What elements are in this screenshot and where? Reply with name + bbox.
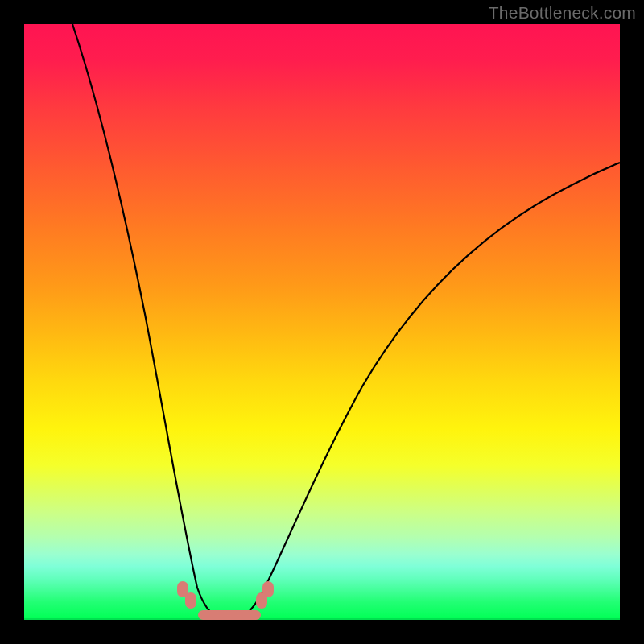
chart-frame bbox=[24, 24, 620, 620]
optimal-zone-marker bbox=[198, 610, 261, 620]
bottleneck-curve-svg bbox=[24, 24, 620, 620]
marker-dot bbox=[262, 581, 274, 597]
marker-dot bbox=[185, 592, 196, 609]
bottleneck-curve-path bbox=[72, 24, 620, 619]
watermark-text: TheBottleneck.com bbox=[489, 3, 636, 23]
